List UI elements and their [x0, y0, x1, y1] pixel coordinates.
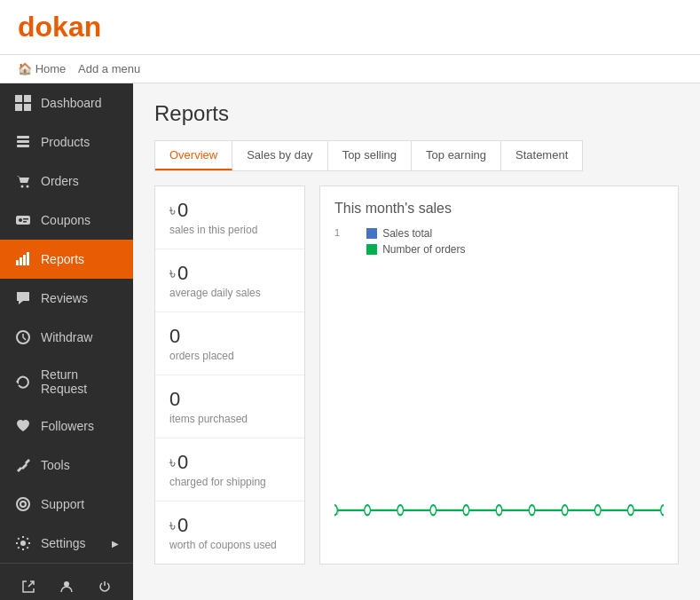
sidebar-label-settings: Settings [41, 536, 86, 550]
sidebar-label-tools: Tools [41, 458, 70, 472]
followers-icon [14, 417, 32, 435]
add-menu-link[interactable]: Add a menu [78, 62, 140, 75]
tab-statement[interactable]: Statement [501, 141, 582, 170]
home-icon: 🏠 [18, 62, 32, 75]
stat-label-orders: orders placed [169, 350, 290, 362]
sidebar-item-followers[interactable]: Followers [0, 407, 133, 446]
coupons-icon [14, 211, 32, 229]
settings-arrow-icon: ▶ [112, 539, 119, 549]
tab-sales-by-day[interactable]: Sales by day [232, 141, 327, 170]
stat-label-sales: sales in this period [169, 224, 290, 236]
svg-rect-14 [20, 257, 22, 265]
taka-icon-1: ৳ [169, 201, 176, 220]
svg-rect-4 [17, 136, 29, 138]
stat-number-orders: 0 [169, 325, 180, 348]
sidebar: Dashboard Products Orders Coupons Report [0, 83, 133, 600]
svg-rect-0 [15, 95, 22, 102]
sidebar-footer [0, 563, 133, 600]
stat-sales-period: ৳ 0 sales in this period [155, 186, 304, 249]
svg-rect-15 [23, 255, 26, 265]
stat-label-items: items purchased [169, 413, 290, 425]
home-link[interactable]: Home [35, 62, 67, 75]
svg-point-26 [397, 505, 404, 515]
logo-text: okan [35, 11, 102, 43]
svg-point-29 [496, 505, 502, 515]
tab-overview[interactable]: Overview [155, 141, 232, 170]
svg-point-19 [20, 501, 26, 507]
legend-dot-green [366, 244, 377, 255]
svg-point-7 [21, 186, 24, 188]
stat-avg-daily: ৳ 0 average daily sales [155, 249, 304, 312]
sidebar-label-reports: Reports [41, 252, 84, 266]
svg-point-24 [334, 505, 337, 515]
sidebar-label-reviews: Reviews [41, 291, 88, 305]
svg-rect-16 [27, 252, 29, 265]
sidebar-label-support: Support [41, 497, 84, 511]
sidebar-label-orders: Orders [41, 174, 79, 188]
orders-icon [14, 172, 32, 190]
chart-svg: 0 [334, 272, 664, 520]
sidebar-item-reviews[interactable]: Reviews [0, 279, 133, 318]
svg-point-21 [64, 581, 69, 587]
stat-number-sales: 0 [177, 199, 188, 222]
chart-panel: This month's sales 1 Sales total Number … [319, 186, 679, 564]
svg-point-33 [628, 505, 634, 515]
svg-point-31 [562, 505, 568, 515]
stat-value-items: 0 [169, 388, 290, 411]
stat-number-avg: 0 [177, 262, 188, 285]
stat-coupons-used: ৳ 0 worth of coupons used [155, 501, 304, 564]
sidebar-item-withdraw[interactable]: Withdraw [0, 318, 133, 357]
taka-icon-3: ৳ [169, 454, 176, 472]
stat-charged-shipping: ৳ 0 charged for shipping [155, 438, 304, 501]
legend-label-sales: Sales total [382, 227, 432, 240]
sidebar-item-products[interactable]: Products [0, 122, 133, 162]
stat-items-purchased: 0 items purchased [155, 375, 304, 438]
sidebar-item-support[interactable]: Support [0, 485, 133, 524]
main-content: Reports Overview Sales by day Top sellin… [133, 83, 700, 600]
svg-point-32 [594, 505, 601, 515]
taka-icon-2: ৳ [169, 264, 176, 283]
legend-label-orders: Number of orders [382, 243, 465, 256]
stat-value-orders: 0 [169, 325, 290, 348]
svg-rect-1 [24, 95, 31, 102]
user-profile-button[interactable] [52, 572, 81, 600]
chart-area: 0 [334, 272, 664, 538]
legend-dot-blue [366, 228, 377, 239]
stat-label-shipping: charged for shipping [169, 476, 290, 488]
return-icon [14, 373, 32, 391]
sidebar-item-coupons[interactable]: Coupons [0, 201, 133, 240]
svg-point-8 [27, 186, 29, 188]
stat-value-coupons: ৳ 0 [169, 514, 290, 537]
sidebar-item-dashboard[interactable]: Dashboard [0, 83, 133, 122]
logo-highlight: d [18, 11, 35, 43]
sidebar-label-products: Products [41, 135, 90, 149]
reviews-icon [14, 289, 32, 307]
sidebar-label-dashboard: Dashboard [41, 96, 102, 110]
power-button[interactable] [90, 572, 119, 600]
y-axis-max: 1 [334, 227, 340, 238]
sidebar-item-orders[interactable]: Orders [0, 162, 133, 201]
sidebar-item-return-request[interactable]: Return Request [0, 357, 133, 407]
content-area: ৳ 0 sales in this period ৳ 0 average dai… [154, 186, 679, 564]
tab-top-selling[interactable]: Top selling [328, 141, 412, 170]
sidebar-item-settings[interactable]: Settings ▶ [0, 524, 133, 563]
sidebar-item-tools[interactable]: Tools [0, 446, 133, 485]
svg-point-20 [20, 541, 26, 546]
tools-icon [14, 456, 32, 474]
tab-top-earning[interactable]: Top earning [412, 141, 501, 170]
app-header: dokan [0, 0, 700, 55]
withdraw-icon [14, 328, 32, 346]
svg-point-34 [661, 505, 664, 515]
tabs-container: Overview Sales by day Top selling Top ea… [154, 140, 583, 171]
stat-number-items: 0 [169, 388, 180, 411]
svg-rect-9 [16, 216, 30, 225]
stat-value-shipping: ৳ 0 [169, 451, 290, 474]
svg-rect-2 [15, 104, 22, 111]
sidebar-label-return: Return Request [41, 367, 119, 396]
support-icon [14, 495, 32, 513]
stat-value-sales: ৳ 0 [169, 199, 290, 222]
svg-rect-12 [23, 221, 27, 223]
sidebar-item-reports[interactable]: Reports [0, 240, 133, 279]
external-link-button[interactable] [14, 572, 43, 600]
legend-sales-total: Sales total [366, 227, 465, 240]
